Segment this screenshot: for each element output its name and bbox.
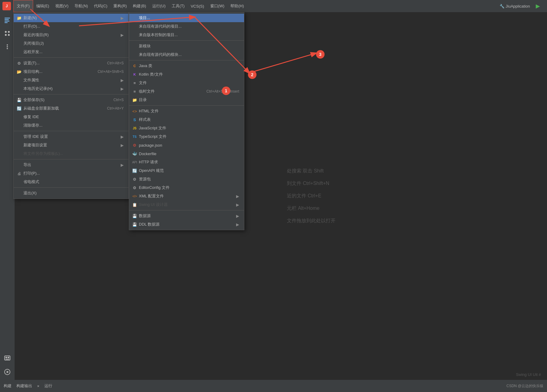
dd-new-openapi[interactable]: 🔄 OpenAPI 规范 [129,166,244,175]
run-button[interactable]: ▶ [534,2,542,10]
docker-icon: 🐳 [132,152,138,156]
dd-file-props[interactable]: 文件属性 ▶ [14,76,129,84]
settings-icon: ⚙ [16,61,22,66]
directory-icon: 📁 [132,98,138,102]
menu-item-window[interactable]: 窗口(W) [207,0,228,12]
dd-new-module[interactable]: 新模块 [129,42,244,50]
menu-item-file[interactable]: 文件(F) [13,0,33,12]
dd-new-package-json[interactable]: ⚙ package.json [129,141,244,149]
structure-icon: 📂 [16,70,22,74]
menu-bar: J 文件(F) 编辑(E) 视图(V) 导航(N) 代码(C) 重构(R) 构建… [0,0,547,12]
menu-item-view[interactable]: 视图(V) [52,0,71,12]
dd-file-recent[interactable]: 最近的项目(R) ▶ [14,31,129,39]
dd-new-directory[interactable]: 📁 目录 [129,96,244,104]
dd-file-save-as-template: 将文件另存为模板(L)... [14,149,129,158]
menu-item-refactor[interactable]: 重构(R) [110,0,130,12]
menu-item-code[interactable]: 代码(C) [91,0,110,12]
dd-new-java-class[interactable]: C Java 类 [129,62,244,70]
dd-new-datasource[interactable]: 💾 数据源 ▶ [129,212,244,220]
dd-new-ddl-datasource[interactable]: 💾 DDL 数据源 ▶ [129,220,244,229]
hint-toolbar: 元栏 Alt+Home [287,205,319,212]
menu-items: 文件(F) 编辑(E) 视图(V) 导航(N) 代码(C) 重构(R) 构建(B… [13,0,247,12]
dd-new-module-from-existing[interactable]: 来自现有源代码的模块... [129,50,244,59]
menu-item-edit[interactable]: 编辑(E) [33,0,52,12]
bottom-build[interactable]: 构建 [4,383,12,389]
dd-file-save-all[interactable]: 💾 全部保存(S) Ctrl+S [14,96,129,104]
dd-file-new-project-settings[interactable]: 新建项目设置 ▶ [14,141,129,149]
bottom-run[interactable]: 运行 [44,383,52,389]
dd-new-editorconfig[interactable]: ⚙ EditorConfig 文件 [129,183,244,192]
watermark-text: Swing UI Uit # [516,372,541,377]
hint-file: 到文件 Ctrl+Shift+N [287,180,329,187]
dd-file-clear-cache[interactable]: 清除缓存... [14,121,129,130]
dd-new-dockerfile[interactable]: 🐳 Dockerfile [129,149,244,158]
dd-file-manage-ide[interactable]: 管理 IDE 设置 ▶ [14,132,129,141]
dd-new-resource-bundle[interactable]: ⚙ 资源包 [129,175,244,183]
dd-file-settings[interactable]: ⚙ 设置(T)... Ctrl+Alt+S [14,59,129,67]
new-sep-2 [129,60,244,60]
svg-point-8 [7,44,8,46]
menu-item-run[interactable]: 运行(U) [149,0,169,12]
dd-file-print[interactable]: 🖨 打印(P)... [14,169,129,178]
dd-file-open[interactable]: 打开(O)... [14,22,129,31]
scratch-icon: ≡ [132,89,138,94]
dd-new-file[interactable]: ≡ 文件 [129,79,244,87]
sidebar-icon-ui[interactable] [2,353,13,364]
welcome-hints: 处搜索 双击 Shift 到文件 Ctrl+Shift+N 近的文件 Ctrl+… [287,168,335,224]
dd-new-kotlin[interactable]: K Kotlin 类/文件 [129,70,244,79]
hint-recent: 近的文件 Ctrl+E [287,193,321,199]
dd-file-power-save[interactable]: 省电模式 [14,178,129,186]
bottom-close[interactable]: × [37,384,40,388]
folder-icon: 📁 [16,16,22,20]
dd-new-http[interactable]: API HTTP 请求 [129,158,244,166]
dd-new-xml[interactable]: </> XML 配置文件 ▶ [129,192,244,200]
dd-new-ts[interactable]: TS TypeScript 文件 [129,132,244,141]
sidebar-icon-more[interactable] [2,41,13,52]
kotlin-icon: K [132,73,138,76]
resource-icon: ⚙ [132,177,138,182]
structure-shortcut: Ctrl+Alt+Shift+S [98,70,124,74]
dd-new-from-vcs[interactable]: 来自版本控制的项目... [129,31,244,39]
menu-item-navigate[interactable]: 导航(N) [71,0,91,12]
ddl-arrow-icon: ▶ [236,222,239,227]
new-arrow-icon: ▶ [121,16,124,20]
xml-icon: </> [132,195,138,198]
datasource-arrow-icon: ▶ [236,214,239,218]
new-sep-1 [129,40,244,41]
svg-point-6 [5,34,7,36]
app-logo: J [2,2,11,10]
dd-file-remote[interactable]: 远程开发... [14,48,129,56]
new-dropdown: 项目... 来自现有源代码的项目... 来自版本控制的项目... 新模块 来自现… [129,12,244,230]
dd-file-new[interactable]: 📁 新建(N) ▶ [14,14,129,22]
dd-file-repair[interactable]: 修复 IDE [14,113,129,121]
sidebar-icon-project[interactable] [2,15,13,26]
separator-4 [14,159,129,159]
reload-icon: 🔄 [16,106,22,111]
dd-new-project[interactable]: 项目... [129,14,244,22]
file-icon: ≡ [132,81,138,85]
svg-point-4 [5,31,7,33]
dd-file-close[interactable]: 关闭项目(J) [14,39,129,48]
openapi-icon: 🔄 [132,169,138,173]
menu-item-vcs[interactable]: VCS(S) [187,0,207,12]
bottom-right-text: CSDN @云边的快乐猿 [506,383,543,389]
menu-item-help[interactable]: 帮助(H) [227,0,247,12]
dd-file-export[interactable]: 导出 ▶ [14,161,129,169]
dd-file-project-structure[interactable]: 📂 项目结构... Ctrl+Alt+Shift+S [14,67,129,76]
package-json-icon: ⚙ [132,143,138,148]
dd-new-stylesheet[interactable]: S 样式表 [129,115,244,124]
dd-file-history[interactable]: 本地历史记录(H) ▶ [14,84,129,93]
svg-rect-14 [5,359,9,360]
sidebar-icon-modules[interactable] [2,28,13,39]
menu-item-build[interactable]: 构建(B) [130,0,149,12]
dd-file-reload[interactable]: 🔄 从磁盘全部重新加载 Ctrl+Alt+Y [14,104,129,113]
svg-point-5 [8,31,10,33]
dd-new-from-existing[interactable]: 来自现有源代码的项目... [129,22,244,31]
menu-item-tools[interactable]: 工具(T) [169,0,188,12]
dd-new-js[interactable]: JS JavaScript 文件 [129,124,244,132]
dd-file-exit[interactable]: 退出(X) [14,189,129,197]
dd-new-html[interactable]: <> HTML 文件 [129,107,244,115]
bottom-build-output[interactable]: 构建输出 [16,383,32,389]
sidebar-icon-run-bottom[interactable] [2,366,13,377]
swing-icon: 📋 [132,203,138,207]
